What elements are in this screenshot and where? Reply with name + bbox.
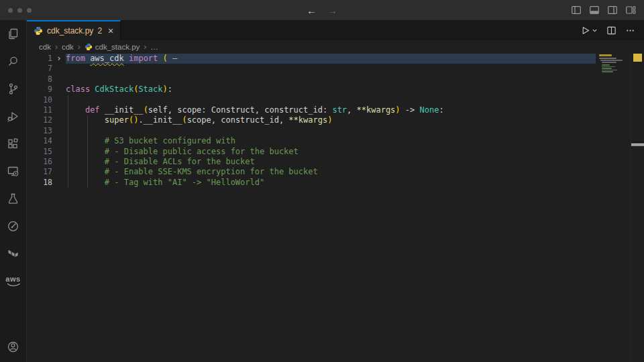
indent-guide — [68, 95, 68, 105]
warning-marker — [633, 54, 642, 62]
code-line: 13 — [27, 126, 596, 136]
indent-guide — [68, 178, 68, 188]
code-line-text[interactable]: def __init__(self, scope: Construct, con… — [66, 105, 596, 115]
python-file-icon — [34, 26, 43, 36]
navigate-back-icon[interactable]: ← — [307, 5, 317, 16]
breadcrumb-symbol-ellipsis[interactable]: … — [150, 43, 158, 51]
breadcrumb-file[interactable]: cdk_stack.py — [85, 43, 140, 51]
aws-toolkit-icon[interactable]: aws — [0, 267, 26, 295]
more-actions-icon[interactable] — [625, 25, 635, 36]
code-line-text[interactable]: # S3 bucket configured with — [66, 136, 596, 146]
customize-layout-icon[interactable] — [625, 5, 636, 15]
vscode-window: ← → — [0, 0, 644, 362]
code-line-text[interactable]: super().__init__(scope, construct_id, **… — [66, 115, 596, 125]
tab-close-icon[interactable]: × — [108, 25, 113, 36]
window-control-dot[interactable] — [17, 8, 22, 13]
code-line: 17 # - Enable SSE-KMS encryption for the… — [27, 167, 596, 177]
code-line-text[interactable] — [66, 64, 596, 74]
line-number: 11 — [27, 105, 52, 115]
indent-guide — [87, 157, 88, 167]
indent-guide — [87, 178, 88, 188]
code-line-text[interactable]: # - Disable public access for the bucket — [66, 147, 596, 157]
toggle-panel-icon[interactable] — [589, 5, 600, 15]
history-graph-circle-icon[interactable] — [0, 213, 26, 240]
line-number: 1 — [27, 54, 52, 64]
extensions-icon[interactable] — [0, 130, 26, 158]
gutter-space — [52, 74, 66, 84]
indent-guide — [68, 126, 68, 136]
indent-guide — [68, 147, 68, 157]
testing-beaker-icon[interactable] — [0, 185, 26, 213]
breadcrumb-separator-icon: › — [144, 42, 146, 52]
line-number: 8 — [27, 74, 52, 84]
line-number: 18 — [27, 178, 52, 188]
indent-guide — [68, 105, 68, 115]
gutter-space — [52, 115, 66, 125]
run-and-debug-icon[interactable] — [0, 103, 26, 130]
code-line-text[interactable]: class CdkStack(Stack): — [66, 84, 596, 95]
scroll-position-marker — [631, 143, 644, 146]
explorer-icon[interactable] — [0, 20, 26, 48]
tab-file-name: cdk_stack.py — [47, 26, 93, 36]
gutter-space — [52, 167, 66, 177]
code-line: 14 # S3 bucket configured with — [27, 136, 596, 146]
split-editor-icon[interactable] — [606, 25, 616, 36]
indent-guide — [68, 157, 68, 167]
code-editor[interactable]: 1›from aws_cdk import ( —789class CdkSta… — [27, 53, 644, 362]
code-line: 7 — [27, 64, 596, 74]
gutter-space — [52, 126, 66, 136]
code-line-text[interactable]: # - Tag with "AI" -> "HelloWorld" — [66, 178, 596, 188]
code-line: 18 # - Tag with "AI" -> "HelloWorld" — [27, 178, 596, 188]
editor-region: cdk_stack.py 2 × — [27, 20, 644, 362]
toggle-secondary-sidebar-icon[interactable] — [607, 5, 618, 15]
breadcrumb-folder[interactable]: cdk — [39, 43, 51, 51]
tab-cdk-stack[interactable]: cdk_stack.py 2 × — [27, 20, 121, 40]
code-line: 11 def __init__(self, scope: Construct, … — [27, 105, 596, 115]
search-icon[interactable] — [0, 48, 26, 75]
window-control-dot[interactable] — [27, 8, 32, 13]
gutter-space — [52, 136, 66, 146]
breadcrumb-folder[interactable]: cdk — [62, 43, 74, 51]
window-control-dot[interactable] — [8, 8, 13, 13]
window-controls — [0, 8, 32, 13]
indent-guide — [87, 115, 88, 125]
breadcrumb-separator-icon: › — [55, 42, 58, 52]
code-line-text[interactable]: # - Disable ACLs for the bucket — [66, 157, 596, 167]
run-dropdown-chevron-icon[interactable] — [592, 27, 598, 34]
line-number: 9 — [27, 84, 52, 95]
code-line: 8 — [27, 74, 596, 84]
indent-guide — [87, 167, 88, 177]
code-line: 9class CdkStack(Stack): — [27, 84, 596, 95]
account-icon[interactable] — [0, 333, 26, 361]
run-python-file-button[interactable] — [580, 25, 598, 36]
code-line: 1›from aws_cdk import ( — — [27, 54, 596, 64]
remote-explorer-icon[interactable] — [0, 158, 26, 185]
code-line-text[interactable] — [66, 126, 596, 136]
code-line: 12 super().__init__(scope, construct_id,… — [27, 115, 596, 125]
history-navigation: ← → — [307, 5, 337, 16]
breadcrumb-separator-icon: › — [78, 42, 80, 52]
line-number: 16 — [27, 157, 52, 167]
navigate-forward-icon[interactable]: → — [327, 5, 337, 16]
line-number: 13 — [27, 126, 52, 136]
gutter-space — [52, 157, 66, 167]
code-line-text[interactable] — [66, 95, 596, 105]
minimap[interactable] — [597, 54, 629, 201]
code-line: 16 # - Disable ACLs for the bucket — [27, 157, 596, 167]
line-number: 17 — [27, 167, 52, 177]
fold-chevron-icon[interactable]: › — [52, 54, 66, 64]
code-line-text[interactable]: # - Enable SSE-KMS encryption for the bu… — [66, 167, 596, 177]
code-line: 15 # - Disable public access for the buc… — [27, 147, 596, 157]
gutter-space — [52, 105, 66, 115]
terraform-icon[interactable] — [0, 240, 26, 267]
source-control-icon[interactable] — [0, 75, 26, 103]
breadcrumb-file-label: cdk_stack.py — [95, 43, 140, 51]
indent-guide — [68, 136, 68, 146]
gutter-space — [52, 178, 66, 188]
breadcrumb: cdk › cdk › cdk_stack.py › … — [27, 40, 644, 53]
gutter-space — [52, 64, 66, 74]
aws-logo-text: aws — [5, 276, 20, 283]
code-line-text[interactable] — [66, 74, 596, 84]
toggle-primary-sidebar-icon[interactable] — [571, 5, 582, 15]
code-line-text[interactable]: from aws_cdk import ( — — [66, 54, 596, 64]
